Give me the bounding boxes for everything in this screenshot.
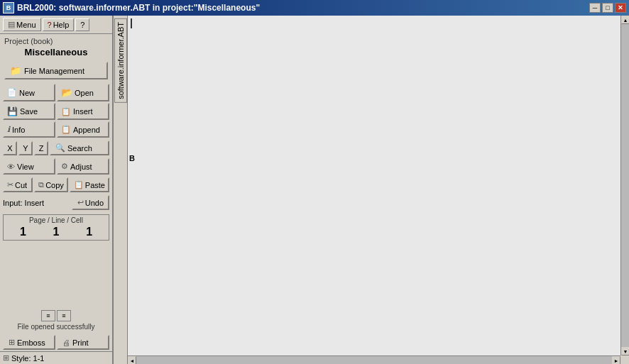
vertical-tab-area: software.informer.ABT B ▲ ▼ ◄ <box>114 16 629 364</box>
question-button[interactable]: ? <box>75 18 89 31</box>
top-toolbar: ▤ Menu ? Help ? <box>0 16 112 34</box>
editor-content <box>128 16 620 355</box>
maximize-button[interactable]: □ <box>602 3 613 13</box>
paste-button[interactable]: 📋 Paste <box>70 177 109 192</box>
scroll-up-button[interactable]: ▲ <box>621 16 629 24</box>
project-name: Miscellaneous <box>0 45 112 59</box>
emboss-button[interactable]: ⊞ Emboss <box>3 335 55 350</box>
text-cursor <box>131 18 132 28</box>
search-button[interactable]: 🔍 Search <box>50 140 109 155</box>
insert-icon: 📋 <box>61 107 71 116</box>
adjust-icon: ⚙ <box>61 162 68 171</box>
scroll-right-button[interactable]: ► <box>612 356 620 364</box>
new-button[interactable]: 📄 New <box>3 84 55 101</box>
vertical-tab: software.informer.ABT <box>114 16 128 364</box>
project-label: Project (book) <box>0 34 112 45</box>
close-button[interactable]: ✕ <box>615 3 626 13</box>
folder-icon: 📁 <box>10 65 21 76</box>
cut-button[interactable]: ✂ Cut <box>3 177 33 192</box>
cut-icon: ✂ <box>7 180 13 189</box>
tab-label[interactable]: software.informer.ABT <box>114 18 127 103</box>
print-icon: 🖨 <box>62 338 70 347</box>
view-adjust-grid: 👁 View ⚙ Adjust <box>0 157 112 176</box>
search-icon: 🔍 <box>55 143 65 153</box>
append-button[interactable]: 📋 Append <box>57 121 109 138</box>
scroll-left-button[interactable]: ◄ <box>128 356 136 364</box>
cut-copy-paste-row: ✂ Cut ⧉ Copy 📋 Paste <box>0 176 112 194</box>
emboss-icon: ⊞ <box>9 338 15 347</box>
button-grid: 📄 New 📂 Open 💾 Save 📋 Insert ℹ Info 📋 <box>0 82 112 139</box>
view-icon: 👁 <box>7 162 15 171</box>
save-button[interactable]: 💾 Save <box>3 103 55 120</box>
b-label: B <box>129 154 135 162</box>
plc-values: 1 1 1 <box>6 226 106 238</box>
file-management-button[interactable]: 📁 File Management <box>4 62 108 79</box>
title-text: BRL2000: software.informer.ABT in projec… <box>17 3 260 13</box>
plc-label: Page / Line / Cell <box>6 216 106 224</box>
open-button[interactable]: 📂 Open <box>57 84 109 101</box>
scroll-down-button[interactable]: ▼ <box>621 347 629 355</box>
plc-section: Page / Line / Cell 1 1 1 <box>3 214 109 241</box>
z-button[interactable]: Z <box>34 141 48 155</box>
file-opened-status: File opened successfully <box>3 323 109 332</box>
main-layout: ▤ Menu ? Help ? Project (book) Miscellan… <box>0 16 629 364</box>
page-value: 1 <box>12 226 33 238</box>
menu-button[interactable]: ▤ Menu <box>3 18 41 31</box>
app-icon: B <box>3 2 14 13</box>
input-label: Input: Insert <box>3 199 70 207</box>
line-value: 1 <box>45 226 67 238</box>
vertical-scrollbar[interactable]: ▲ ▼ <box>620 16 629 355</box>
input-undo-row: Input: Insert ↩ Undo <box>0 194 112 211</box>
minimize-button[interactable]: ─ <box>589 3 601 13</box>
emboss-print-row: ⊞ Emboss 🖨 Print <box>0 333 112 351</box>
scroll-corner <box>620 355 629 364</box>
style-bar: ⊞ Style: 1-1 <box>0 351 112 364</box>
left-panel: ▤ Menu ? Help ? Project (book) Miscellan… <box>0 16 114 364</box>
cell-value: 1 <box>79 226 100 238</box>
new-icon: 📄 <box>7 88 17 97</box>
help-icon: ? <box>48 21 52 29</box>
info-button[interactable]: ℹ Info <box>3 121 55 138</box>
content-area[interactable]: B ▲ ▼ ◄ ► <box>128 16 629 364</box>
copy-button[interactable]: ⧉ Copy <box>34 177 68 192</box>
info-icon: ℹ <box>7 125 10 134</box>
open-icon: 📂 <box>61 87 72 98</box>
print-button[interactable]: 🖨 Print <box>57 335 109 350</box>
append-icon: 📋 <box>61 125 71 134</box>
status-icon-2[interactable]: ≡ <box>57 310 71 321</box>
paste-icon: 📋 <box>74 180 84 189</box>
right-area: software.informer.ABT B ▲ ▼ ◄ <box>114 16 629 364</box>
status-area: ≡ ≡ File opened successfully <box>0 309 112 333</box>
adjust-button[interactable]: ⚙ Adjust <box>57 158 109 175</box>
y-button[interactable]: Y <box>18 141 33 155</box>
insert-button[interactable]: 📋 Insert <box>57 103 109 120</box>
help-button[interactable]: ? Help <box>43 18 75 31</box>
scroll-h-track[interactable] <box>136 356 612 364</box>
status-icon-1[interactable]: ≡ <box>41 310 55 321</box>
scroll-v-track[interactable] <box>621 24 629 347</box>
view-button[interactable]: 👁 View <box>3 158 55 175</box>
xyz-row: X Y Z 🔍 Search <box>0 139 112 157</box>
save-icon: 💾 <box>7 106 18 116</box>
window-controls: ─ □ ✕ <box>589 3 626 13</box>
x-button[interactable]: X <box>3 141 17 155</box>
style-icon: ⊞ <box>3 353 9 363</box>
menu-icon: ▤ <box>8 20 15 29</box>
copy-icon: ⧉ <box>38 180 44 189</box>
title-bar: B BRL2000: software.informer.ABT in proj… <box>0 0 629 16</box>
undo-button[interactable]: ↩ Undo <box>72 195 109 210</box>
style-label: Style: 1-1 <box>11 354 44 363</box>
horizontal-scrollbar[interactable]: ◄ ► <box>128 355 620 364</box>
status-icons: ≡ ≡ <box>3 310 109 323</box>
undo-icon: ↩ <box>77 198 84 207</box>
